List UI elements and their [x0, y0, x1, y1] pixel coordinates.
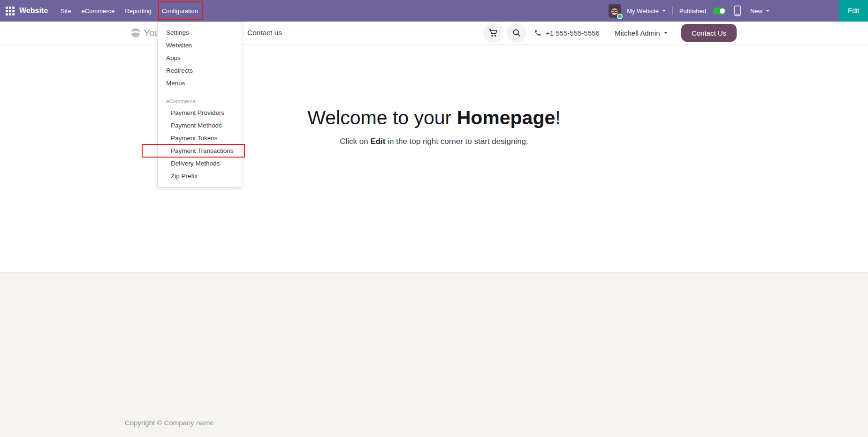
chevron-down-icon	[662, 10, 666, 12]
logo-sphere-icon	[130, 28, 141, 38]
toggle-knob	[720, 8, 725, 14]
site-header: YourCompany Contact us +1 555-555-5556 M…	[0, 22, 868, 45]
copyright-text: Copyright © Company name	[125, 419, 213, 427]
chevron-down-icon	[766, 10, 769, 12]
user-menu-label: Mitchell Admin	[615, 29, 660, 37]
footer-divider	[0, 412, 868, 412]
online-status-dot	[617, 14, 623, 19]
odoo-website-screen: Website Site eCommerce Reporting Configu…	[0, 0, 868, 437]
dropdown-item-payment-transactions[interactable]: Payment Transactions	[158, 144, 242, 157]
page-title-bold: Homepage	[457, 107, 556, 128]
nav-item-configuration-label: Configuration	[162, 8, 198, 15]
app-name[interactable]: Website	[19, 7, 48, 15]
cart-icon	[488, 28, 498, 38]
nav-item-ecommerce[interactable]: eCommerce	[76, 0, 120, 22]
page-title-prefix: Welcome to your	[307, 107, 457, 128]
dropdown-item-payment-transactions-label: Payment Transactions	[171, 147, 234, 154]
page-subtitle: Click on Edit in the top right corner to…	[0, 137, 868, 146]
user-menu[interactable]: Mitchell Admin	[615, 22, 668, 44]
search-icon	[512, 28, 521, 38]
mobile-phone-icon	[734, 5, 741, 16]
page-subtitle-bold: Edit	[370, 137, 385, 146]
topnav-left: Website Site eCommerce Reporting Configu…	[0, 0, 203, 22]
dropdown-item-menus[interactable]: Menus	[158, 77, 242, 90]
dropdown-item-payment-methods[interactable]: Payment Methods	[158, 119, 242, 132]
dropdown-item-websites[interactable]: Websites	[158, 39, 242, 52]
header-phone-link[interactable]: +1 555-555-5556	[534, 22, 600, 44]
new-button[interactable]: New	[750, 8, 769, 15]
page-subtitle-prefix: Click on	[340, 137, 370, 146]
nav-item-reporting[interactable]: Reporting	[120, 0, 156, 22]
nav-item-configuration[interactable]: Configuration	[157, 0, 203, 22]
dropdown-item-delivery-methods[interactable]: Delivery Methods	[158, 157, 242, 170]
apps-grid-icon[interactable]	[6, 7, 15, 15]
website-switcher-label: My Website	[627, 8, 659, 15]
page-title: Welcome to your Homepage!	[0, 107, 868, 128]
dropdown-item-apps[interactable]: Apps	[158, 52, 242, 64]
website-switcher[interactable]: My Website	[627, 8, 666, 15]
page-subtitle-suffix: in the top right corner to start designi…	[386, 137, 528, 146]
configuration-dropdown: Settings Websites Apps Redirects Menus e…	[157, 22, 242, 188]
site-footer: Useful Links Home About us Products Serv…	[0, 272, 868, 437]
new-button-label: New	[750, 8, 762, 15]
cart-button[interactable]	[483, 23, 503, 43]
chevron-down-icon	[664, 32, 668, 34]
nav-item-site[interactable]: Site	[55, 0, 76, 22]
topnav-right: My Website Published New Edit	[609, 0, 868, 22]
dropdown-item-payment-providers[interactable]: Payment Providers	[158, 106, 242, 119]
edit-button[interactable]: Edit	[839, 0, 868, 22]
published-toggle[interactable]	[713, 8, 726, 15]
divider	[672, 7, 673, 15]
dropdown-item-payment-tokens[interactable]: Payment Tokens	[158, 132, 242, 144]
published-label: Published	[679, 8, 706, 15]
top-navbar: Website Site eCommerce Reporting Configu…	[0, 0, 868, 22]
publish-control: Published	[679, 8, 726, 15]
phone-icon	[534, 29, 541, 37]
mobile-preview-button[interactable]	[734, 5, 741, 16]
dropdown-section-ecommerce: eCommerce	[158, 96, 242, 106]
page-title-suffix: !	[555, 107, 560, 128]
search-button[interactable]	[507, 23, 526, 43]
header-phone-number: +1 555-555-5556	[546, 29, 600, 37]
avatar[interactable]	[609, 4, 621, 18]
dropdown-item-zip-prefix[interactable]: Zip Prefix	[158, 170, 242, 182]
dropdown-item-redirects[interactable]: Redirects	[158, 64, 242, 77]
nav-contact-us[interactable]: Contact us	[247, 22, 282, 44]
contact-us-button[interactable]: Contact Us	[681, 24, 737, 42]
dropdown-item-settings[interactable]: Settings	[158, 26, 242, 39]
